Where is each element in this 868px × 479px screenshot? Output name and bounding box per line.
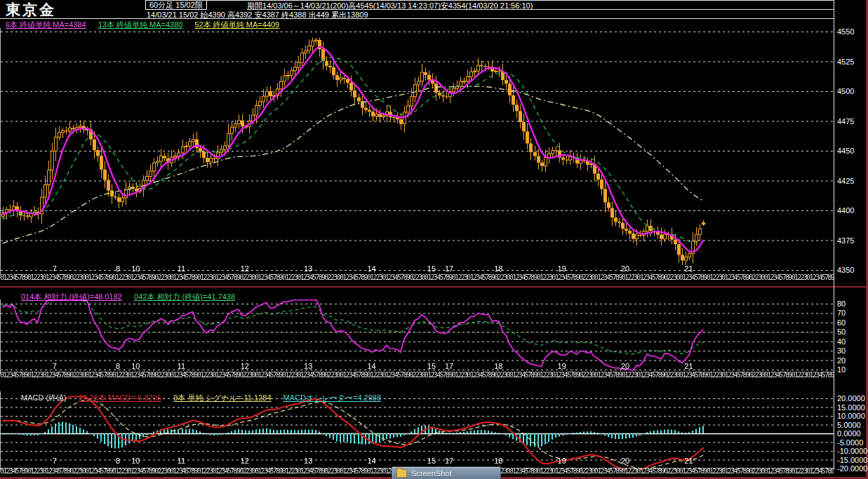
y-axis-tick-label: -5.0000 (837, 438, 863, 447)
x-axis-date-label: 7 (53, 362, 57, 370)
y-axis-tick-label: 4550 (837, 27, 854, 36)
header-bottom-rule (0, 18, 834, 19)
header-mid-rule (247, 9, 834, 10)
axis-separator-line (834, 0, 834, 470)
x-axis-date-label: 14 (367, 264, 375, 273)
x-axis-date-label: 11 (178, 264, 185, 273)
rsi14-legend[interactable]: 014本 相対力 (終値)=48.0182 (21, 292, 122, 301)
ma13-legend[interactable]: 13本 終値単純 MA=4380 (98, 20, 183, 29)
x-axis-date-label: 15 (427, 457, 436, 465)
y-axis-tick-label: 10.0000 (837, 412, 865, 420)
folder-icon (396, 469, 407, 478)
macd-line-legend[interactable]: 12-26本 MACD=-6.8295 (79, 393, 161, 402)
macd-osc-legend[interactable]: MACDオシレーター=4.2988 (283, 393, 382, 402)
x-axis-date-label: 13 (304, 457, 312, 465)
header-top-rule (145, 0, 834, 1)
panel-separator (0, 286, 868, 288)
y-axis-tick-label: 4400 (837, 206, 854, 215)
x-axis-date-label: 10 (131, 264, 140, 273)
y-axis-tick-label: 30 (837, 346, 846, 355)
y-axis-tick-label: 5.0000 (837, 421, 861, 429)
y-axis-tick-label: 60 (837, 318, 846, 327)
x-axis-date-label: 20 (621, 264, 629, 273)
y-axis-tick-label: 4475 (837, 117, 854, 126)
x-axis-date-label: 7 (53, 264, 57, 273)
x-axis-date-label: 19 (558, 264, 566, 273)
y-axis-tick-label: 20 (837, 356, 846, 365)
y-axis-tick-label: 4375 (837, 236, 854, 245)
x-axis-date-label: 15 (427, 362, 436, 370)
y-axis-tick-label: 4350 (837, 266, 854, 274)
y-axis-tick-label: 4450 (837, 147, 854, 155)
x-axis-date-label: 10 (131, 362, 140, 370)
rsi-x-axis-times: 0123457890122301234578902230012345789012… (0, 371, 834, 379)
x-axis-date-label: 19 (558, 362, 566, 370)
x-axis-date-label: 20 (621, 457, 629, 465)
y-axis-tick-label: 50 (837, 328, 846, 336)
x-axis-date-label: 8 (116, 362, 120, 370)
x-axis-date-label: 13 (304, 264, 312, 273)
rsi-x-axis-dates: 781011121314151718192021 (0, 362, 834, 371)
y-axis-tick-label: -20.0000 (837, 464, 867, 473)
x-axis-date-label: 13 (304, 362, 312, 370)
y-axis-tick-label: 40 (837, 337, 846, 346)
trading-app-window: 東京金 60分足 15/02限 期間14/03/06～14/03/21(200)… (0, 0, 868, 479)
macd-legend: MACD (終値) 12-26本 MACD=-6.8295 9本 単純 シグナル… (21, 393, 391, 403)
y-axis-tick-label: 4425 (837, 177, 854, 185)
x-axis-date-label: 11 (178, 362, 185, 370)
x-axis-date-label: 10 (131, 457, 140, 465)
taskbar-screenshot-button[interactable]: ScreenShot (392, 466, 501, 479)
y-axis-tick-label: 4525 (837, 58, 854, 66)
x-axis-date-label: 20 (621, 362, 629, 370)
taskbar-button-label: ScreenShot (411, 469, 451, 478)
x-axis-date-label: 18 (494, 362, 502, 370)
macd-title-legend: MACD (終値) (21, 393, 67, 402)
y-axis-tick-label: -10.0000 (837, 447, 867, 455)
x-axis-date-label: 17 (445, 264, 453, 273)
x-axis-date-label: 12 (241, 457, 249, 465)
price-chart-canvas[interactable] (0, 28, 834, 275)
x-axis-date-label: 19 (558, 457, 566, 465)
macd-signal-legend[interactable]: 9本 単純 シグナル=-11.1284 (173, 393, 271, 402)
y-axis-tick-label: -15.0000 (837, 456, 867, 464)
macd-x-axis-dates: 781011121314151718192021 (0, 457, 834, 466)
x-axis-date-label: 11 (178, 457, 185, 465)
x-axis-date-label: 14 (367, 457, 375, 465)
y-axis-tick-label: 10 (837, 365, 846, 374)
x-axis-date-label: 18 (494, 264, 502, 273)
instrument-title: 東京金 (6, 0, 56, 20)
y-axis-tick-label: 70 (837, 309, 846, 317)
rsi-legend: 014本 相対力 (終値)=48.0182 042本 相対力 (終値)=41.7… (21, 292, 245, 302)
x-axis-date-label: 17 (445, 362, 453, 370)
y-axis-tick-label: 20.0000 (837, 394, 865, 403)
y-axis-tick-label: 80 (837, 299, 846, 308)
x-axis-date-label: 21 (684, 264, 693, 273)
price-x-axis-times: 0123457890122301234578902230012345789012… (0, 274, 834, 282)
x-axis-date-label: 18 (494, 457, 502, 465)
x-axis-date-label: 21 (684, 362, 693, 370)
ma-legend: 6本 終値単純 MA=4384 13本 終値単純 MA=4380 52本 終値単… (6, 20, 289, 30)
x-axis-date-label: 12 (241, 264, 249, 273)
x-axis-date-label: 14 (367, 362, 375, 370)
ma52-legend[interactable]: 52本 終値単純 MA=4409 (195, 20, 280, 29)
y-axis-tick-label: 15.0000 (837, 403, 865, 412)
x-axis-date-label: 7 (53, 457, 57, 465)
y-axis-tick-label: 0.0000 (837, 429, 861, 438)
x-axis-date-label: 12 (241, 362, 249, 370)
x-axis-date-label: 17 (445, 457, 453, 465)
rsi42-legend[interactable]: 042本 相対力 (終値)=41.7438 (134, 292, 235, 301)
timeframe-contract-box[interactable]: 60分足 15/02限 (145, 0, 207, 10)
ma6-legend[interactable]: 6本 終値単純 MA=4384 (6, 20, 86, 29)
x-axis-date-label: 15 (427, 264, 436, 273)
x-axis-date-label: 21 (684, 457, 693, 465)
price-x-axis-dates: 781011121314151718192021 (0, 264, 834, 274)
y-axis-tick-label: 4500 (837, 87, 854, 95)
x-axis-date-label: 8 (116, 457, 120, 465)
x-axis-date-label: 8 (116, 264, 120, 273)
